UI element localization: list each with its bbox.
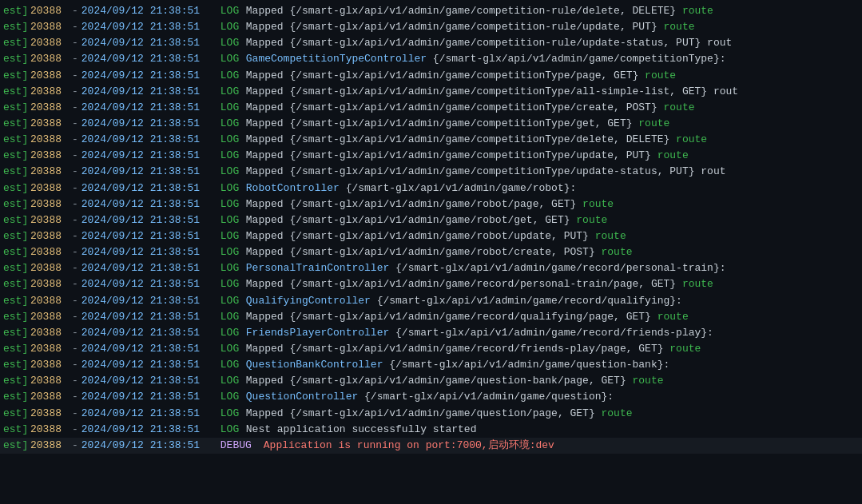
log-message: Mapped {/smart-glx/api/v1/admin/game/rec… (246, 276, 859, 292)
log-level: LOG (220, 68, 243, 84)
log-level: LOG (220, 406, 243, 422)
log-timestamp: 2024/09/12 21:38:51 (81, 51, 217, 67)
log-dash: - (72, 276, 78, 292)
log-pid: 20388 (30, 51, 69, 67)
log-dash: - (72, 148, 78, 164)
log-timestamp: 2024/09/12 21:38:51 (81, 422, 217, 438)
log-message: Mapped {/smart-glx/api/v1/admin/game/com… (246, 3, 859, 19)
log-level: LOG (220, 100, 243, 116)
log-prefix: est] (3, 3, 29, 19)
log-timestamp: 2024/09/12 21:38:51 (81, 357, 217, 373)
log-timestamp: 2024/09/12 21:38:51 (81, 438, 217, 454)
log-line: est]20388-2024/09/12 21:38:51LOGMapped {… (0, 276, 862, 292)
log-dash: - (72, 212, 78, 228)
log-pid: 20388 (30, 357, 69, 373)
log-pid: 20388 (30, 373, 69, 389)
log-level: LOG (220, 196, 243, 212)
log-dash: - (72, 406, 78, 422)
log-dash: - (72, 100, 78, 116)
log-message: FriendsPlayerController {/smart-glx/api/… (246, 325, 859, 341)
log-line: est]20388-2024/09/12 21:38:51LOGFriendsP… (0, 325, 862, 341)
log-pid: 20388 (30, 244, 69, 260)
log-line: est]20388-2024/09/12 21:38:51DEBUGApplic… (0, 438, 862, 454)
log-dash: - (72, 228, 78, 244)
log-line: est]20388-2024/09/12 21:38:51LOGMapped {… (0, 212, 862, 228)
terminal-window: est]20388-2024/09/12 21:38:51LOGMapped {… (0, 0, 862, 504)
log-prefix: est] (3, 116, 29, 132)
log-line: est]20388-2024/09/12 21:38:51LOGMapped {… (0, 35, 862, 51)
log-dash: - (72, 438, 78, 454)
log-prefix: est] (3, 19, 29, 35)
log-level: LOG (220, 276, 243, 292)
log-pid: 20388 (30, 196, 69, 212)
log-prefix: est] (3, 35, 29, 51)
log-pid: 20388 (30, 406, 69, 422)
log-dash: - (72, 84, 78, 100)
log-line: est]20388-2024/09/12 21:38:51LOGMapped {… (0, 196, 862, 212)
log-message: Mapped {/smart-glx/api/v1/admin/game/com… (246, 148, 859, 164)
log-timestamp: 2024/09/12 21:38:51 (81, 260, 217, 276)
log-level: LOG (220, 357, 243, 373)
log-line: est]20388-2024/09/12 21:38:51LOGQuestion… (0, 357, 862, 373)
log-pid: 20388 (30, 422, 69, 438)
log-line: est]20388-2024/09/12 21:38:51LOGMapped {… (0, 132, 862, 148)
log-message: Mapped {/smart-glx/api/v1/admin/game/rec… (246, 309, 859, 325)
log-line: est]20388-2024/09/12 21:38:51LOGMapped {… (0, 309, 862, 325)
log-prefix: est] (3, 325, 29, 341)
log-prefix: est] (3, 373, 29, 389)
log-line: est]20388-2024/09/12 21:38:51LOGQuestion… (0, 389, 862, 405)
log-message: Mapped {/smart-glx/api/v1/admin/game/rec… (246, 341, 859, 357)
log-level: LOG (220, 3, 243, 19)
log-timestamp: 2024/09/12 21:38:51 (81, 373, 217, 389)
log-message: Mapped {/smart-glx/api/v1/admin/game/com… (246, 35, 859, 51)
log-dash: - (72, 3, 78, 19)
log-line: est]20388-2024/09/12 21:38:51LOGMapped {… (0, 148, 862, 164)
log-message: QuestionBankController {/smart-glx/api/v… (246, 357, 859, 373)
log-pid: 20388 (30, 148, 69, 164)
log-dash: - (72, 325, 78, 341)
log-timestamp: 2024/09/12 21:38:51 (81, 181, 217, 196)
log-pid: 20388 (30, 116, 69, 132)
log-pid: 20388 (30, 84, 69, 100)
log-dash: - (72, 35, 78, 51)
log-dash: - (72, 181, 78, 196)
log-pid: 20388 (30, 438, 69, 454)
log-prefix: est] (3, 132, 29, 148)
log-line: est]20388-2024/09/12 21:38:51LOGGameComp… (0, 51, 862, 67)
log-message: Mapped {/smart-glx/api/v1/admin/game/com… (246, 164, 859, 180)
log-timestamp: 2024/09/12 21:38:51 (81, 341, 217, 357)
log-level: LOG (220, 84, 243, 100)
log-line: est]20388-2024/09/12 21:38:51LOGRobotCon… (0, 181, 862, 196)
log-level: LOG (220, 35, 243, 51)
log-dash: - (72, 51, 78, 67)
log-message: Mapped {/smart-glx/api/v1/admin/game/rob… (246, 196, 859, 212)
log-message: Mapped {/smart-glx/api/v1/admin/game/rob… (246, 244, 859, 260)
log-prefix: est] (3, 100, 29, 116)
log-prefix: est] (3, 181, 29, 196)
log-level: LOG (220, 293, 243, 309)
log-prefix: est] (3, 148, 29, 164)
log-timestamp: 2024/09/12 21:38:51 (81, 132, 217, 148)
log-level: LOG (220, 19, 243, 35)
log-timestamp: 2024/09/12 21:38:51 (81, 276, 217, 292)
log-dash: - (72, 244, 78, 260)
log-timestamp: 2024/09/12 21:38:51 (81, 325, 217, 341)
log-timestamp: 2024/09/12 21:38:51 (81, 293, 217, 309)
log-dash: - (72, 389, 78, 405)
log-prefix: est] (3, 406, 29, 422)
log-prefix: est] (3, 212, 29, 228)
log-line: est]20388-2024/09/12 21:38:51LOGMapped {… (0, 19, 862, 35)
log-line: est]20388-2024/09/12 21:38:51LOGNest app… (0, 422, 862, 438)
log-message: Nest application successfully started (246, 422, 859, 438)
log-level: LOG (220, 148, 243, 164)
log-timestamp: 2024/09/12 21:38:51 (81, 3, 217, 19)
log-message: Mapped {/smart-glx/api/v1/admin/game/rob… (246, 212, 859, 228)
log-message: Mapped {/smart-glx/api/v1/admin/game/com… (246, 116, 859, 132)
log-pid: 20388 (30, 276, 69, 292)
log-pid: 20388 (30, 164, 69, 180)
log-level: LOG (220, 181, 243, 196)
log-timestamp: 2024/09/12 21:38:51 (81, 309, 217, 325)
log-pid: 20388 (30, 228, 69, 244)
log-pid: 20388 (30, 3, 69, 19)
log-prefix: est] (3, 293, 29, 309)
